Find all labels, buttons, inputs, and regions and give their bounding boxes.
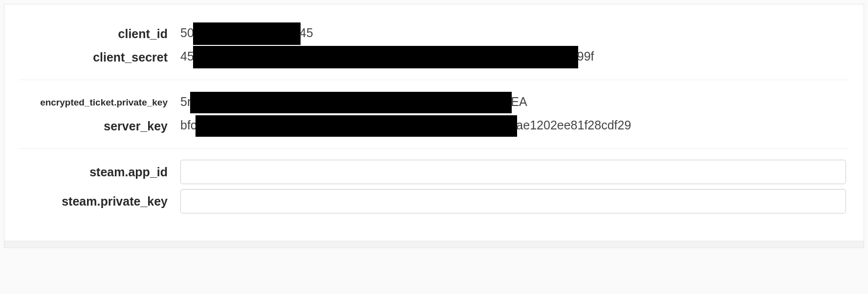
divider <box>19 148 849 149</box>
client-id-value: 5045 <box>180 22 849 45</box>
client-id-label: client_id <box>19 27 180 41</box>
encrypted-ticket-value: 5rEA <box>180 92 849 113</box>
steam-app-id-input-wrap <box>180 160 849 184</box>
client-secret-row: client_secret 4599f <box>19 45 849 69</box>
steam-private-key-input-wrap <box>180 189 849 213</box>
server-key-prefix: bfc <box>180 118 196 132</box>
steam-private-key-row: steam.private_key <box>19 189 849 213</box>
client-secret-label: client_secret <box>19 50 180 64</box>
client-secret-suffix: 99f <box>577 49 594 63</box>
config-panel: client_id 5045 client_secret 4599f encry… <box>4 4 864 241</box>
client-secret-prefix: 45 <box>180 49 194 63</box>
encrypted-ticket-prefix: 5r <box>180 95 191 109</box>
server-key-row: server_key bfcae1202ee81f28cdf29 <box>19 114 849 138</box>
redaction-block <box>195 115 517 137</box>
steam-private-key-label: steam.private_key <box>19 194 180 209</box>
steam-section: steam.app_id steam.private_key <box>19 152 849 221</box>
ticket-section: encrypted_ticket.private_key 5rEA server… <box>19 83 849 146</box>
client-secret-value: 4599f <box>180 46 849 68</box>
server-key-suffix: ae1202ee81f28cdf29 <box>516 118 631 132</box>
divider <box>19 80 849 80</box>
encrypted-ticket-row: encrypted_ticket.private_key 5rEA <box>19 91 849 114</box>
steam-app-id-input[interactable] <box>180 160 846 184</box>
steam-private-key-input[interactable] <box>180 189 846 213</box>
encrypted-ticket-label: encrypted_ticket.private_key <box>19 97 180 108</box>
panel-footer <box>4 241 864 248</box>
oauth-section: client_id 5045 client_secret 4599f <box>19 14 849 77</box>
client-id-prefix: 50 <box>180 26 194 40</box>
redaction-block <box>193 46 578 68</box>
redaction-block <box>193 22 301 45</box>
steam-app-id-label: steam.app_id <box>19 165 180 179</box>
server-key-value: bfcae1202ee81f28cdf29 <box>180 115 849 137</box>
client-id-suffix: 45 <box>300 26 313 40</box>
client-id-row: client_id 5045 <box>19 22 849 45</box>
steam-app-id-row: steam.app_id <box>19 160 849 184</box>
encrypted-ticket-suffix: EA <box>511 95 527 109</box>
redaction-block <box>190 92 512 113</box>
server-key-label: server_key <box>19 119 180 133</box>
